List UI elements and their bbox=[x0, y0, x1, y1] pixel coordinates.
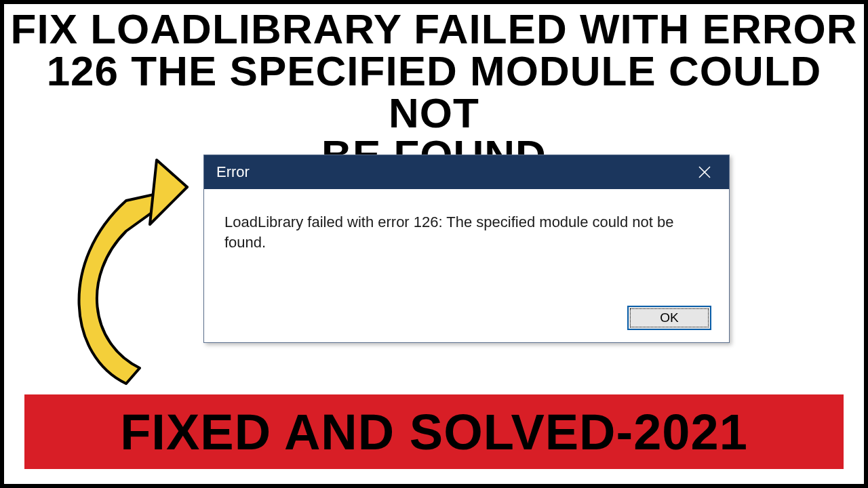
thumbnail-headline: FIX LOADLIBRARY FAILED WITH ERROR 126 TH… bbox=[4, 8, 864, 176]
dialog-message: LoadLibrary failed with error 126: The s… bbox=[204, 189, 729, 252]
close-icon[interactable] bbox=[690, 157, 719, 187]
banner-text: FIXED AND SOLVED-2021 bbox=[120, 403, 748, 461]
dialog-title: Error bbox=[216, 163, 250, 181]
dialog-button-row: OK bbox=[627, 306, 711, 330]
ok-button[interactable]: OK bbox=[627, 306, 711, 330]
error-dialog: Error LoadLibrary failed with error 126:… bbox=[203, 155, 730, 343]
status-banner: FIXED AND SOLVED-2021 bbox=[24, 394, 844, 469]
dialog-titlebar[interactable]: Error bbox=[204, 155, 729, 189]
